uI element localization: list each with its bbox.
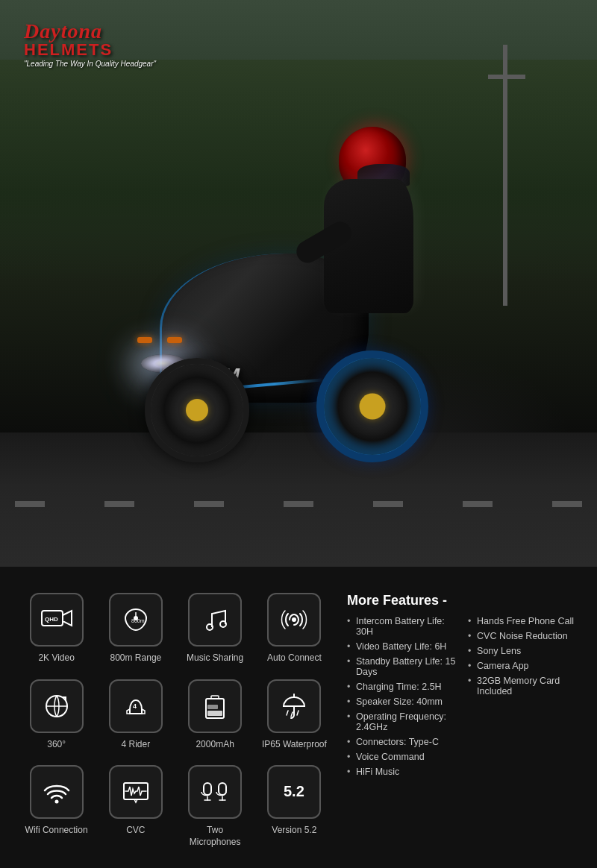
- feature-icon-music-sharing: [188, 593, 242, 647]
- more-features-right: Hands Free Phone Call CVC Noise Reductio…: [468, 616, 578, 781]
- more-feature-item: CVC Noise Reduction: [468, 631, 578, 641]
- rider: [279, 164, 428, 403]
- more-features-list-left: Intercom Battery Life: 30H Video Battery…: [347, 616, 460, 777]
- more-feature-item: Hands Free Phone Call: [468, 616, 578, 626]
- svg-point-16: [54, 800, 58, 804]
- more-feature-item: Operating Frequency: 2.4GHz: [347, 711, 460, 732]
- feature-music-sharing: Music Sharing: [178, 589, 253, 668]
- logo-sub: HELMETS: [24, 42, 156, 58]
- more-feature-item: Connectors: Type-C: [347, 737, 460, 747]
- feature-label-music-sharing: Music Sharing: [187, 652, 243, 664]
- feature-label-4-rider: 4 Rider: [122, 739, 151, 751]
- feature-label-cvc: CVC: [126, 825, 145, 837]
- feature-2k-video: QHD 2K Video: [19, 589, 94, 668]
- feature-icon-ip65: [267, 679, 321, 733]
- more-feature-item: Speaker Size: 40mm: [347, 696, 460, 707]
- more-feature-item: Sony Lens: [468, 646, 578, 656]
- feature-2000mah: 2000mAh: [178, 676, 253, 755]
- logo-tagline: "Leading The Way In Quality Headgear": [24, 60, 156, 68]
- more-feature-item: Charging Time: 2.5H: [347, 682, 460, 692]
- feature-icon-cvc: [109, 765, 163, 819]
- motorcycle: R1M: [85, 172, 473, 507]
- feature-label-wifi: Wifi Connection: [25, 825, 88, 837]
- svg-text:5.2: 5.2: [284, 783, 304, 799]
- feature-two-microphones: Two Microphones: [178, 761, 253, 852]
- svg-rect-10: [211, 696, 219, 699]
- features-grid: QHD 2K Video 800m 800: [19, 589, 332, 852]
- more-feature-item: Camera App: [468, 661, 578, 671]
- svg-rect-12: [207, 705, 218, 709]
- feature-label-version-52: Version 5.2: [272, 825, 316, 837]
- more-features-container: More Features - Intercom Battery Life: 3…: [347, 589, 578, 867]
- more-feature-item: Voice Command: [347, 752, 460, 762]
- logo-brand: Daytona: [24, 21, 156, 42]
- feature-icon-2000mah: [188, 679, 242, 733]
- feature-version-52: 5.2 Version 5.2: [257, 761, 332, 852]
- more-feature-item: Intercom Battery Life: 30H: [347, 616, 460, 637]
- svg-marker-1: [63, 611, 72, 626]
- feature-label-800m-range: 800m Range: [110, 652, 162, 664]
- feature-icon-wifi: [30, 765, 84, 819]
- feature-icon-two-microphones: [188, 765, 242, 819]
- feature-icon-4-rider: 4: [109, 679, 163, 733]
- svg-rect-21: [219, 783, 226, 795]
- feature-label-2k-video: 2K Video: [38, 652, 75, 664]
- feature-label-2000mah: 2000mAh: [196, 739, 234, 751]
- feature-icon-version-52: 5.2: [267, 765, 321, 819]
- svg-text:4: 4: [133, 702, 137, 710]
- svg-rect-18: [204, 783, 211, 795]
- feature-icon-800m-range: 800m: [109, 593, 163, 647]
- feature-icon-auto-connect: [267, 593, 321, 647]
- feature-cvc: CVC: [98, 761, 173, 852]
- feature-label-auto-connect: Auto Connect: [267, 652, 322, 664]
- svg-rect-11: [207, 711, 222, 716]
- more-feature-item: 32GB Memory Card Included: [468, 676, 578, 696]
- more-features-title: More Features -: [347, 593, 578, 608]
- feature-icon-360: [30, 679, 84, 733]
- power-pole: [503, 45, 507, 306]
- feature-ip65: IP65 Waterproof: [257, 676, 332, 755]
- logo-container: Daytona HELMETS "Leading The Way In Qual…: [15, 15, 165, 74]
- feature-label-two-microphones: Two Microphones: [181, 825, 249, 848]
- svg-point-7: [292, 617, 296, 622]
- more-features-left: Intercom Battery Life: 30H Video Battery…: [347, 616, 460, 781]
- hero-section: R1M Daytona HELMETS "Leading The Way In …: [0, 0, 597, 567]
- turn-signal-right: [167, 337, 182, 343]
- feature-360: 360°: [19, 676, 94, 755]
- turn-signal-left: [137, 337, 152, 343]
- more-features-list-right: Hands Free Phone Call CVC Noise Reductio…: [468, 616, 578, 696]
- svg-text:QHD: QHD: [45, 616, 58, 623]
- svg-line-15: [297, 711, 298, 715]
- more-feature-item: HiFi Music: [347, 767, 460, 777]
- svg-line-14: [291, 712, 293, 717]
- features-section: QHD 2K Video 800m 800: [0, 567, 597, 868]
- more-feature-item: Standby Battery Life: 15 Days: [347, 656, 460, 677]
- feature-label-ip65: IP65 Waterproof: [262, 739, 327, 751]
- feature-800m-range: 800m 800m Range: [98, 589, 173, 668]
- more-feature-item: Video Battery Life: 6H: [347, 641, 460, 652]
- svg-line-13: [287, 711, 288, 715]
- svg-text:800m: 800m: [131, 618, 145, 623]
- feature-icon-2k-video: QHD: [30, 593, 84, 647]
- wheel-front: [145, 358, 249, 462]
- feature-wifi: Wifi Connection: [19, 761, 94, 852]
- feature-label-360: 360°: [47, 739, 66, 751]
- feature-auto-connect: Auto Connect: [257, 589, 332, 668]
- feature-4-rider: 4 4 Rider: [98, 676, 173, 755]
